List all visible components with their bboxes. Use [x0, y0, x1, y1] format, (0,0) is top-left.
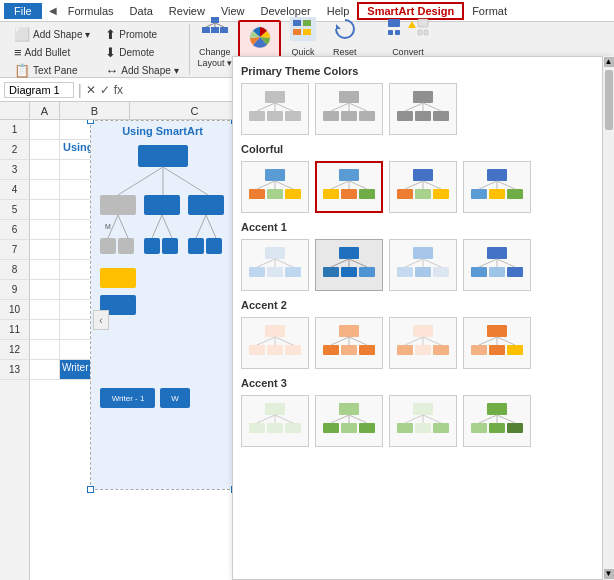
right-to-left-btn[interactable]: ↔ Add Shape ▾: [101, 62, 182, 79]
add-shape-icon: ⬜: [14, 27, 30, 42]
scrollbar[interactable]: ▲ ▼: [602, 56, 614, 580]
confirm-icon[interactable]: ✓: [100, 83, 110, 97]
chevron-left-btn[interactable]: ‹: [93, 310, 109, 330]
cell-a9[interactable]: [30, 280, 60, 300]
row-header-2[interactable]: 2: [0, 140, 29, 160]
accent3-swatch-3[interactable]: [389, 395, 457, 447]
row-header-13[interactable]: 13: [0, 360, 29, 380]
row-header-8[interactable]: 8: [0, 260, 29, 280]
cell-a4[interactable]: [30, 180, 60, 200]
colorful-swatch-3[interactable]: [389, 161, 457, 213]
menu-format[interactable]: Format: [464, 3, 515, 19]
svg-rect-63: [415, 111, 431, 121]
cell-a11[interactable]: [30, 320, 60, 340]
reset-graphic-icon: [330, 15, 360, 47]
row-header-9[interactable]: 9: [0, 280, 29, 300]
name-box[interactable]: [4, 82, 74, 98]
svg-line-114: [405, 259, 423, 267]
row-header-6[interactable]: 6: [0, 220, 29, 240]
accent1-swatch-3[interactable]: [389, 239, 457, 291]
svg-rect-34: [144, 238, 160, 254]
cell-a6[interactable]: [30, 220, 60, 240]
svg-line-121: [479, 259, 497, 267]
col-header-a[interactable]: A: [30, 102, 60, 119]
svg-rect-9: [293, 20, 301, 26]
svg-rect-50: [285, 111, 301, 121]
accent1-swatch-1[interactable]: [241, 239, 309, 291]
cell-a2[interactable]: [30, 140, 60, 160]
colorful-swatch-4[interactable]: [463, 161, 531, 213]
svg-line-128: [257, 337, 275, 345]
svg-rect-176: [507, 423, 523, 433]
svg-rect-92: [507, 189, 523, 199]
promote-btn[interactable]: ⬆ Promote: [101, 26, 182, 43]
cell-a8[interactable]: [30, 260, 60, 280]
cancel-icon[interactable]: ✕: [86, 83, 96, 97]
svg-rect-97: [249, 267, 265, 277]
ribbon-scroll-left[interactable]: ◀: [46, 5, 60, 16]
demote-btn[interactable]: ⬇ Demote: [101, 44, 182, 61]
row-header-7[interactable]: 7: [0, 240, 29, 260]
row-header-1[interactable]: 1: [0, 120, 29, 140]
add-shape-btn[interactable]: ⬜ Add Shape ▾: [10, 26, 94, 43]
colorful-swatch-2[interactable]: [315, 161, 383, 213]
svg-line-93: [479, 181, 497, 189]
change-layout-btn[interactable]: ChangeLayout ▾: [194, 13, 237, 71]
svg-line-22: [118, 167, 163, 195]
menu-data[interactable]: Data: [122, 3, 161, 19]
text-pane-btn[interactable]: 📋 Text Pane: [10, 62, 94, 79]
svg-rect-103: [339, 247, 359, 259]
primary-colors-title: Primary Theme Colors: [241, 65, 601, 77]
cell-a1[interactable]: [30, 120, 60, 140]
row-header-3[interactable]: 3: [0, 160, 29, 180]
svg-rect-173: [487, 403, 507, 415]
colorful-color-grid: [241, 161, 601, 213]
accent2-swatch-3[interactable]: [389, 317, 457, 369]
svg-rect-91: [489, 189, 505, 199]
accent1-swatch-2[interactable]: [315, 239, 383, 291]
cell-a5[interactable]: [30, 200, 60, 220]
menu-formulas[interactable]: Formulas: [60, 3, 122, 19]
accent2-swatch-4[interactable]: [463, 317, 531, 369]
col-header-b[interactable]: B: [60, 102, 130, 119]
colorful-swatch-1[interactable]: [241, 161, 309, 213]
svg-rect-14: [388, 19, 400, 27]
accent1-swatch-4[interactable]: [463, 239, 531, 291]
svg-rect-76: [323, 189, 339, 199]
row-header-11[interactable]: 11: [0, 320, 29, 340]
cell-a13[interactable]: [30, 360, 60, 380]
row-header-12[interactable]: 12: [0, 340, 29, 360]
cell-a7[interactable]: [30, 240, 60, 260]
file-menu[interactable]: File: [4, 3, 42, 19]
svg-rect-54: [339, 91, 359, 103]
primary-swatch-1[interactable]: [241, 83, 309, 135]
add-bullet-btn[interactable]: ≡ Add Bullet: [10, 44, 94, 61]
row-header-4[interactable]: 4: [0, 180, 29, 200]
primary-swatch-2[interactable]: [315, 83, 383, 135]
accent2-swatch-1[interactable]: [241, 317, 309, 369]
scroll-up[interactable]: ▲: [604, 57, 614, 67]
handle-bl[interactable]: [87, 486, 94, 493]
scroll-thumb[interactable]: [605, 70, 613, 130]
smartart-diagram[interactable]: Using SmartArt: [90, 120, 235, 490]
primary-swatch-3[interactable]: [389, 83, 457, 135]
svg-rect-119: [489, 267, 505, 277]
row-header-10[interactable]: 10: [0, 300, 29, 320]
cell-a3[interactable]: [30, 160, 60, 180]
accent3-swatch-4[interactable]: [463, 395, 531, 447]
accent3-swatch-2[interactable]: [315, 395, 383, 447]
cell-a10[interactable]: [30, 300, 60, 320]
accent2-swatch-2[interactable]: [315, 317, 383, 369]
quick-styles-icon: [288, 15, 318, 47]
svg-rect-125: [249, 345, 265, 355]
handle-tl[interactable]: [87, 120, 94, 124]
svg-line-149: [479, 337, 497, 345]
function-icon[interactable]: fx: [114, 83, 123, 97]
row-header-5[interactable]: 5: [0, 200, 29, 220]
scroll-down[interactable]: ▼: [604, 569, 614, 579]
accent3-swatch-1[interactable]: [241, 395, 309, 447]
svg-rect-175: [489, 423, 505, 433]
svg-rect-0: [211, 17, 219, 23]
cell-a12[interactable]: [30, 340, 60, 360]
svg-line-179: [497, 415, 515, 423]
